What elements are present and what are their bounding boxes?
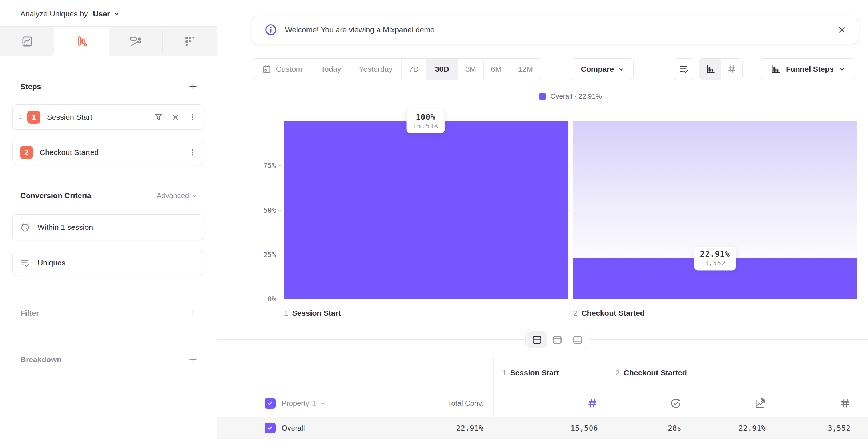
conversion-rate-value: 22.91%: [686, 424, 770, 432]
date-range-today[interactable]: Today: [312, 59, 350, 80]
funnel-steps-label: Funnel Steps: [786, 65, 834, 73]
row-checkbox[interactable]: [265, 423, 276, 433]
group-header-name: Checkout Started: [624, 368, 687, 377]
analyze-entity-dropdown[interactable]: User: [93, 9, 110, 18]
remove-step-icon[interactable]: [171, 113, 180, 121]
count-metric-icon: [770, 398, 855, 409]
step-number-badge: 2: [20, 146, 33, 159]
conversion-window-card[interactable]: Within 1 session: [12, 214, 204, 240]
tab-flows[interactable]: [109, 27, 163, 56]
chart-toolbar: Custom Today Yesterday 7D 30D 3M 6M 12M …: [217, 58, 868, 80]
advanced-dropdown[interactable]: Advanced: [157, 192, 198, 200]
legend-series-value: 22.91%: [578, 92, 602, 100]
tooltip-count: 3,552: [700, 259, 730, 267]
flows-icon: [129, 35, 142, 48]
query-builder-sidebar: Analyze Uniques by User: [0, 0, 217, 448]
list-check-icon: [679, 64, 689, 74]
step-axis-name: Checkout Started: [582, 309, 645, 317]
y-axis-tick-label: 25%: [250, 251, 276, 259]
avg-time-to-convert-icon: [607, 397, 686, 409]
retention-icon: [183, 35, 197, 48]
drag-handle-icon[interactable]: [17, 114, 24, 120]
conversion-criteria-title: Conversion Criteria: [20, 191, 91, 200]
session-start-count-value: 15,506: [493, 424, 607, 432]
property-dropdown[interactable]: Property 1: [282, 399, 325, 408]
step-kebab-menu-icon[interactable]: [188, 113, 197, 121]
uniques-metric-button[interactable]: [674, 58, 694, 80]
breakdown-row: Breakdown: [20, 353, 198, 366]
legend-item-overall[interactable]: Overall · 22.91%: [284, 92, 857, 100]
bar-value-tooltip: 22.91% 3,552: [694, 246, 736, 271]
step-card-checkout-started[interactable]: 2 Checkout Started: [12, 140, 204, 165]
date-range-30d[interactable]: 30D: [426, 59, 458, 80]
step-axis-label: 2 Checkout Started: [573, 309, 645, 317]
analyze-uniques-row: Analyze Uniques by User: [20, 7, 120, 21]
group-header-number: 2: [615, 368, 620, 377]
compare-label: Compare: [581, 65, 614, 73]
funnel-column-checkout-started: [573, 121, 857, 299]
filter-title: Filter: [20, 309, 39, 317]
funnel-bar-session-start[interactable]: [284, 121, 568, 299]
date-range-7d[interactable]: 7D: [401, 59, 426, 80]
step-event-label[interactable]: Session Start: [47, 113, 92, 121]
date-range-custom[interactable]: Custom: [252, 59, 312, 80]
legend-separator: ·: [574, 92, 576, 100]
legend-swatch: [539, 93, 546, 100]
date-range-3m[interactable]: 3M: [458, 59, 483, 80]
table-header-row: Property 1 Total Conv.: [217, 390, 868, 416]
add-filter-button[interactable]: [188, 308, 198, 318]
row-label: Overall: [282, 424, 305, 432]
tab-insights[interactable]: [0, 27, 54, 56]
step-axis-number: 1: [284, 309, 288, 317]
step-event-label[interactable]: Checkout Started: [40, 148, 99, 157]
table-row-overall[interactable]: Overall 22.91% 15,506 28s 22.91% 3,552: [217, 417, 868, 439]
close-icon[interactable]: [837, 25, 846, 34]
chevron-down-icon[interactable]: [113, 11, 120, 17]
select-all-checkbox[interactable]: [265, 398, 276, 409]
tooltip-count: 15.51K: [413, 122, 438, 130]
filter-funnel-icon[interactable]: [154, 112, 163, 122]
legend-label: Overall · 22.91%: [550, 92, 602, 100]
avg-time-value: 28s: [607, 424, 686, 432]
table-group-header-checkout-started: 2 Checkout Started: [615, 368, 687, 377]
y-axis-tick-mark: [278, 255, 282, 255]
conversion-criteria-header-row: Conversion Criteria Advanced: [20, 189, 198, 202]
counting-method-card[interactable]: Uniques: [12, 250, 204, 276]
absolute-numbers-toggle[interactable]: [721, 59, 742, 80]
step-kebab-menu-icon[interactable]: [188, 148, 197, 157]
add-step-button[interactable]: [188, 82, 198, 91]
date-range-label: 7D: [409, 65, 419, 73]
calendar-icon: [262, 64, 272, 74]
compare-button[interactable]: Compare: [572, 58, 634, 80]
layout-chart-only-button[interactable]: [547, 331, 567, 348]
tab-funnels[interactable]: [54, 27, 108, 56]
date-range-label: 30D: [435, 65, 449, 73]
y-axis-tick-mark: [278, 165, 282, 166]
list-check-icon: [20, 258, 30, 268]
total-conv-header: Total Conv.: [374, 399, 483, 408]
add-breakdown-button[interactable]: [188, 355, 198, 364]
table-group-header-session-start: 1 Session Start: [502, 368, 559, 377]
funnels-icon: [75, 35, 88, 48]
demo-banner: Welcome! You are viewing a Mixpanel demo: [252, 16, 859, 44]
funnel-steps-view-dropdown[interactable]: Funnel Steps: [760, 58, 855, 80]
funnel-plot-area: 100% 15.51K 22.91% 3,552: [284, 121, 857, 299]
tab-retention[interactable]: [163, 27, 217, 56]
step-card-session-start[interactable]: 1 Session Start: [12, 104, 204, 130]
layout-toggle-group: [525, 329, 589, 350]
percent-bars-toggle[interactable]: [699, 59, 721, 80]
layout-split-view-button[interactable]: [527, 331, 547, 348]
info-icon: [265, 24, 277, 36]
conversion-rate-chart-icon: [686, 397, 770, 409]
step-axis-label: 1 Session Start: [284, 309, 341, 317]
date-range-6m[interactable]: 6M: [483, 59, 509, 80]
bar-value-tooltip: 100% 15.51K: [406, 109, 445, 133]
date-range-label: Today: [321, 65, 341, 73]
date-range-label: 3M: [465, 65, 476, 73]
report-type-tab-bar: [0, 26, 217, 56]
funnel-steps-chart-icon: [770, 64, 781, 75]
step-axis-number: 2: [573, 309, 578, 317]
date-range-yesterday[interactable]: Yesterday: [350, 59, 401, 80]
layout-table-only-button[interactable]: [568, 331, 587, 348]
date-range-12m[interactable]: 12M: [509, 59, 542, 80]
